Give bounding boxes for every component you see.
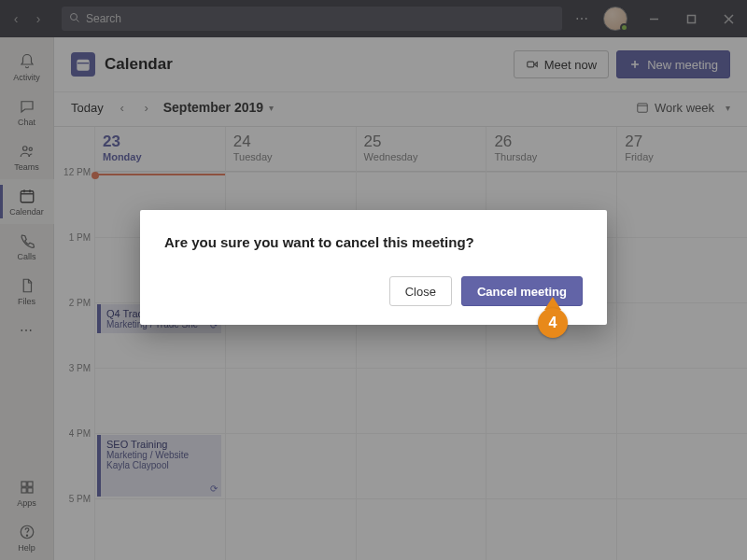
modal-overlay: Are you sure you want to cancel this mee…	[0, 0, 747, 560]
cancel-meeting-dialog: Are you sure you want to cancel this mee…	[140, 210, 607, 325]
dialog-text: Are you sure you want to cancel this mee…	[164, 234, 583, 250]
dialog-cancel-meeting-button[interactable]: Cancel meeting	[461, 276, 583, 306]
dialog-close-button[interactable]: Close	[389, 276, 452, 306]
